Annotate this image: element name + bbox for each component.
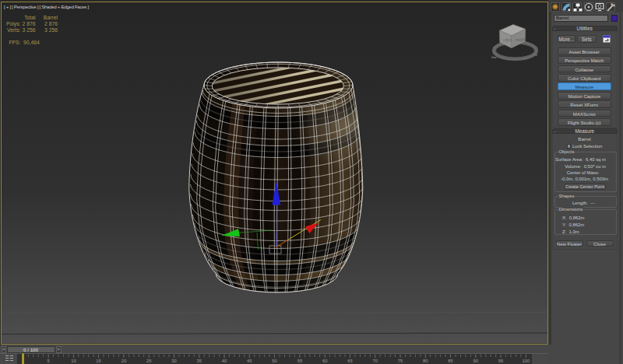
- svg-text:50: 50: [272, 359, 276, 363]
- svg-text:60: 60: [322, 359, 327, 363]
- svg-text:40: 40: [222, 359, 227, 363]
- svg-text:35: 35: [197, 359, 202, 363]
- svg-text:10: 10: [71, 359, 76, 363]
- svg-text:75: 75: [398, 359, 403, 363]
- svg-text:80: 80: [423, 359, 428, 363]
- svg-text:70: 70: [372, 359, 377, 363]
- svg-text:85: 85: [448, 359, 452, 363]
- svg-text:15: 15: [96, 359, 100, 363]
- svg-text:30: 30: [171, 359, 176, 363]
- svg-text:100: 100: [523, 359, 530, 363]
- svg-text:95: 95: [498, 359, 503, 363]
- svg-text:45: 45: [247, 359, 252, 363]
- svg-text:55: 55: [297, 359, 302, 363]
- svg-text:65: 65: [347, 359, 352, 363]
- svg-text:25: 25: [146, 359, 151, 363]
- svg-text:20: 20: [121, 359, 126, 363]
- svg-text:90: 90: [473, 359, 478, 363]
- svg-text:5: 5: [47, 359, 49, 363]
